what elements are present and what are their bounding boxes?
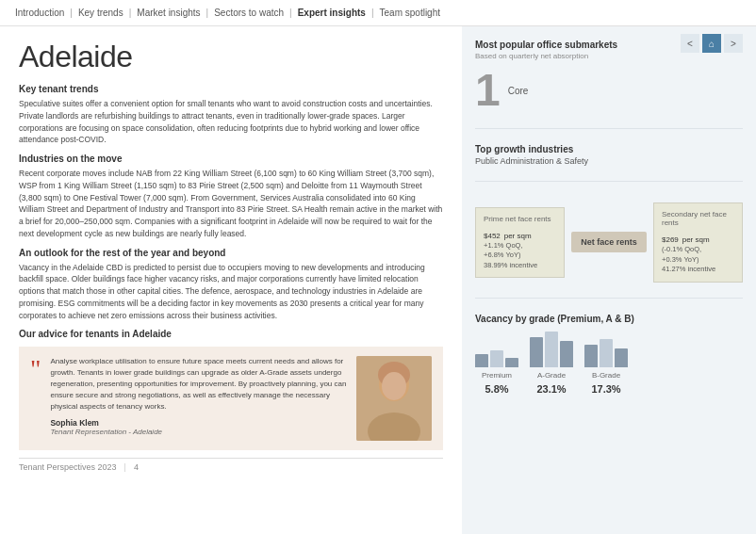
quote-text: Analyse workplace utilisation to ensure … [50, 356, 347, 413]
page-footer: Tenant Perspectives 2023 | 4 [19, 458, 443, 476]
prime-rent-unit: per sqm [504, 232, 532, 240]
sep2: | [129, 8, 132, 18]
nav-home-button[interactable]: ⌂ [702, 34, 721, 53]
vacancy-bgrade-label: B-Grade [592, 371, 620, 380]
divider-2 [475, 181, 743, 182]
nav-item-key-trends[interactable]: Key trends [78, 8, 123, 18]
quote-role: Tenant Representation - Adelaide [50, 428, 347, 436]
vacancy-premium-bars [475, 330, 518, 367]
growth-title: Top growth industries [475, 144, 743, 154]
sep5: | [371, 8, 374, 18]
vacancy-agrade-bar2 [545, 332, 558, 367]
vacancy-premium-label: Premium [482, 371, 512, 380]
sep4: | [289, 8, 292, 18]
quote-author: Sophia Klem [50, 418, 347, 428]
vacancy-bgrade-bar3 [615, 348, 628, 367]
quote-mark: " [30, 356, 41, 441]
vacancy-title: Vacancy by grade (Premium, A & B) [475, 314, 743, 324]
section-industries-title: Industries on the move [19, 154, 443, 164]
person-photo [356, 356, 432, 441]
vacancy-agrade-label: A-Grade [537, 371, 566, 380]
vacancy-agrade: A-Grade 23.1% [530, 330, 573, 395]
sep3: | [206, 8, 209, 18]
vacancy-agrade-pct: 23.1% [536, 383, 566, 395]
secondary-rent-changes: (-0.1% QoQ, +0.3% YoY) 41.27% incentive [662, 245, 734, 275]
vacancy-premium-pct: 5.8% [485, 383, 508, 395]
nav-item-introduction[interactable]: Introduction [15, 8, 64, 18]
vacancy-premium-bar2 [490, 350, 503, 367]
footer-sep: | [124, 462, 126, 472]
svg-point-4 [382, 372, 406, 400]
prime-rent-price: $452 per sqm [484, 226, 556, 241]
sep1: | [70, 8, 73, 18]
rank-label: Core [508, 86, 529, 96]
footer-brand: Tenant Perspectives 2023 [19, 462, 117, 472]
section-outlook-title: An outlook for the rest of the year and … [19, 248, 443, 258]
vacancy-bars: Premium 5.8% A-Grade 23.1% [475, 330, 743, 395]
divider-1 [475, 128, 743, 129]
secondary-rent-box: Secondary net face rents $269 per sqm (-… [653, 202, 743, 283]
nav-item-market-insights[interactable]: Market insights [137, 8, 200, 18]
section-key-tenant-trends-title: Key tenant trends [19, 84, 443, 94]
vacancy-bgrade: B-Grade 17.3% [584, 330, 628, 395]
footer-page: 4 [134, 462, 139, 472]
rents-container: Prime net face rents $452 per sqm +1.1% … [475, 202, 743, 283]
divider-3 [475, 298, 743, 299]
nav-item-expert-insights[interactable]: Expert insights [298, 8, 366, 18]
vacancy-premium-bar1 [475, 354, 488, 367]
nav-item-team-spotlight[interactable]: Team spotlight [380, 8, 440, 18]
rents-section: Prime net face rents $452 per sqm +1.1% … [475, 197, 743, 283]
growth-value: Public Administration & Safety [475, 156, 743, 166]
growth-section: Top growth industries Public Administrat… [475, 144, 743, 166]
left-panel: Adelaide Key tenant trends Speculative s… [0, 26, 462, 534]
city-title: Adelaide [19, 40, 443, 74]
main-content: Adelaide Key tenant trends Speculative s… [0, 26, 756, 534]
vacancy-bgrade-bar1 [584, 345, 598, 367]
vacancy-bgrade-bars [584, 330, 628, 367]
vacancy-section: Vacancy by grade (Premium, A & B) Premiu… [475, 314, 743, 395]
submarkets-subtitle: Based on quarterly net absorption [475, 52, 743, 60]
vacancy-agrade-bar3 [560, 341, 573, 367]
vacancy-agrade-bars [530, 330, 573, 367]
vacancy-bgrade-pct: 17.3% [591, 383, 620, 395]
right-panel: < ⌂ > Most popular office submarkets Bas… [462, 26, 756, 534]
secondary-rent-label: Secondary net face rents [662, 210, 734, 227]
rank-number: 1 [475, 68, 501, 113]
nav-next-button[interactable]: > [724, 34, 743, 53]
quote-section: " Analyse workplace utilisation to ensur… [19, 347, 443, 450]
section-key-tenant-trends-body: Speculative suites offer a convenient op… [19, 98, 443, 146]
nav-item-sectors[interactable]: Sectors to watch [214, 8, 284, 18]
secondary-rent-unit: per sqm [682, 235, 710, 244]
prime-rent-changes: +1.1% QoQ, +6.8% YoY) 38.99% incentive [484, 241, 556, 271]
nav-arrows: < ⌂ > [681, 34, 743, 53]
prime-rent-box: Prime net face rents $452 per sqm +1.1% … [475, 207, 565, 279]
vacancy-agrade-bar1 [530, 337, 543, 367]
section-outlook-body: Vacancy in the Adelaide CBD is predicted… [19, 262, 443, 322]
vacancy-premium-bar3 [505, 358, 518, 367]
nav-prev-button[interactable]: < [681, 34, 699, 53]
net-face-rents-center-label: Net face rents [571, 232, 647, 252]
prime-rent-label: Prime net face rents [484, 215, 556, 223]
secondary-rent-price: $269 per sqm [662, 230, 734, 245]
vacancy-premium: Premium 5.8% [475, 330, 518, 395]
vacancy-bgrade-bar2 [600, 339, 613, 367]
person-silhouette-svg [356, 356, 432, 441]
top-nav: Introduction | Key trends | Market insig… [0, 0, 756, 26]
section-industries-body: Recent corporate moves include NAB from … [19, 168, 443, 240]
section-advice-title: Our advice for tenants in Adelaide [19, 329, 443, 339]
